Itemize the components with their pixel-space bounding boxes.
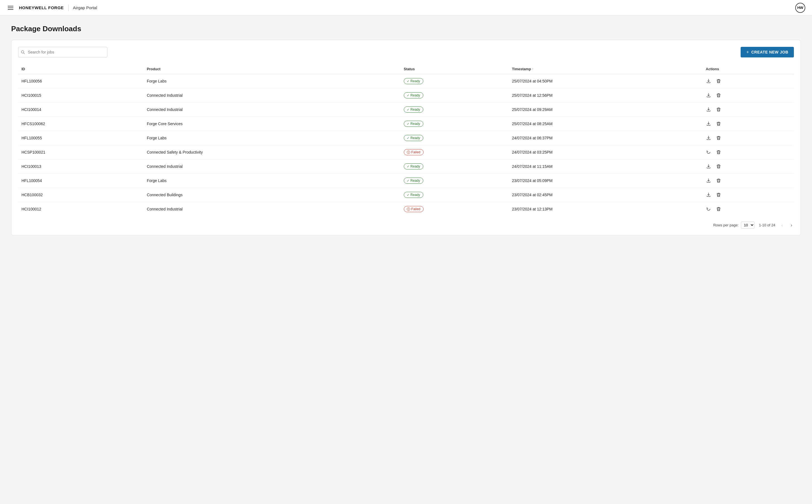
status-badge: ✓ Ready [404,163,423,169]
download-button[interactable] [706,93,711,98]
download-button[interactable] [706,78,711,84]
search-input[interactable] [18,47,107,57]
status-label: Ready [410,93,420,97]
error-icon: ! [407,207,410,211]
status-label: Failed [411,207,421,211]
table-row: HCSP100021 Connected Safety & Productivi… [18,145,794,159]
cell-actions [702,188,794,202]
cell-status: ✓ Ready [400,103,509,117]
delete-button[interactable] [716,93,721,98]
cell-actions [702,74,794,88]
cell-id: HFCS100062 [18,117,143,131]
cell-id: HCSP100021 [18,145,143,159]
cell-id: HFL100054 [18,174,143,188]
status-badge: ✓ Ready [404,135,423,141]
download-button[interactable] [706,107,711,112]
cell-timestamp: 23/07/2024 at 05:09PM [509,174,702,188]
status-badge: ✓ Ready [404,92,423,98]
header-left: HONEYWELL FORGE Airgap Portal [7,4,97,11]
cell-id: HCB100032 [18,188,143,202]
delete-button[interactable] [716,164,721,169]
retry-button[interactable] [706,149,711,155]
cell-status: ✓ Ready [400,188,509,202]
next-page-button[interactable]: › [789,222,794,228]
check-icon: ✓ [407,79,409,83]
pagination: Rows per page: 5102550 1-10 of 24 ‹ › [18,222,794,229]
table-row: HCI100014 Connected Industrial ✓ Ready 2… [18,103,794,117]
cell-status: ✓ Ready [400,74,509,88]
sort-icon[interactable]: ↑ [532,67,533,71]
cell-product: Forge Labs [143,174,400,188]
table-row: HFL100056 Forge Labs ✓ Ready 25/07/2024 … [18,74,794,88]
download-button[interactable] [706,192,711,198]
brand-logo: HONEYWELL FORGE [19,5,64,10]
cell-timestamp: 25/07/2024 at 09:29AM [509,103,702,117]
create-new-job-button[interactable]: + CREATE NEW JOB [741,47,794,57]
cell-actions [702,88,794,103]
check-icon: ✓ [407,108,409,112]
error-icon: ! [407,151,410,154]
user-avatar[interactable]: HW [795,3,805,13]
delete-button[interactable] [716,192,721,198]
cell-timestamp: 23/07/2024 at 02:45PM [509,188,702,202]
status-badge: ✓ Ready [404,106,423,113]
cell-id: HCI100013 [18,159,143,174]
cell-timestamp: 25/07/2024 at 04:50PM [509,74,702,88]
cell-status: ! Failed [400,145,509,159]
cell-timestamp: 24/07/2024 at 03:25PM [509,145,702,159]
download-button[interactable] [706,121,711,127]
download-button[interactable] [706,135,711,141]
cell-actions [702,174,794,188]
page-title: Package Downloads [11,25,801,33]
cell-actions [702,159,794,174]
check-icon: ✓ [407,94,409,97]
delete-button[interactable] [716,121,721,127]
cell-actions [702,145,794,159]
search-icon [21,50,25,54]
create-new-job-label: CREATE NEW JOB [751,50,788,54]
page-info: 1-10 of 24 [759,223,775,227]
col-status: Status [400,64,509,74]
cell-status: ! Failed [400,202,509,216]
cell-product: Connected Industrial [143,159,400,174]
cell-actions [702,131,794,145]
status-badge: ✓ Ready [404,78,423,84]
status-badge: ! Failed [404,206,424,212]
status-badge: ✓ Ready [404,178,423,184]
cell-timestamp: 25/07/2024 at 12:56PM [509,88,702,103]
cell-id: HCI100015 [18,88,143,103]
cell-status: ✓ Ready [400,174,509,188]
delete-button[interactable] [716,178,721,183]
cell-status: ✓ Ready [400,131,509,145]
table-row: HFCS100062 Forge Core Services ✓ Ready 2… [18,117,794,131]
delete-button[interactable] [716,135,721,141]
page-content: Package Downloads + CREATE NEW JOB [0,16,812,244]
svg-line-1 [24,53,25,54]
prev-page-button[interactable]: ‹ [780,222,784,228]
col-product: Product [143,64,400,74]
table-row: HCI100015 Connected Industrial ✓ Ready 2… [18,88,794,103]
cell-timestamp: 23/07/2024 at 12:13PM [509,202,702,216]
retry-button[interactable] [706,206,711,212]
header-divider [68,4,69,11]
check-icon: ✓ [407,122,409,126]
table-row: HCI100012 Connected Industrial ! Failed … [18,202,794,216]
search-wrapper [18,47,107,57]
cell-product: Forge Labs [143,131,400,145]
check-icon: ✓ [407,179,409,183]
delete-button[interactable] [716,78,721,84]
col-timestamp-label: Timestamp [512,67,531,71]
download-button[interactable] [706,164,711,169]
status-label: Ready [410,164,420,168]
cell-product: Connected Industrial [143,103,400,117]
menu-button[interactable] [7,5,15,11]
delete-button[interactable] [716,107,721,112]
table-header-row: ID Product Status Timestamp ↑ Actions [18,64,794,74]
cell-status: ✓ Ready [400,159,509,174]
delete-button[interactable] [716,149,721,155]
status-label: Ready [410,79,420,83]
delete-button[interactable] [716,206,721,212]
download-button[interactable] [706,178,711,183]
cell-id: HFL100056 [18,74,143,88]
rows-per-page-select[interactable]: 5102550 [741,222,755,229]
